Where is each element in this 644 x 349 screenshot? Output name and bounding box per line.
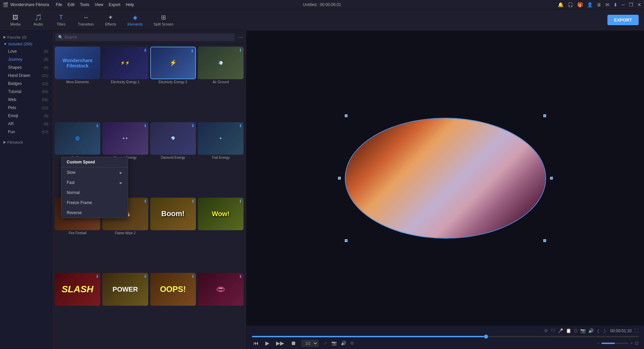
preview-screenshot[interactable]: 📷 (331, 341, 337, 346)
icon-gift[interactable]: 🎁 (577, 2, 583, 7)
section-included[interactable]: ▼ Included (256) (0, 41, 52, 47)
icon-headset[interactable]: 🎧 (568, 2, 573, 7)
menu-view[interactable]: View (95, 2, 103, 7)
trail-label: Trail Energy (198, 155, 244, 160)
elements-label: Elements (127, 22, 143, 26)
element-boom[interactable]: ⬇ Boom! x (150, 198, 196, 271)
tool-audio[interactable]: 🎵 Audio (28, 12, 48, 28)
tool-transition[interactable]: ↔ Transition (74, 12, 98, 28)
sidebar-item-ar[interactable]: AR (8) (0, 120, 52, 128)
win-close[interactable]: ✕ (637, 2, 641, 7)
tool-media[interactable]: 🖼 Media (5, 12, 25, 28)
progress-bar[interactable] (252, 336, 639, 337)
preview-fullscreen[interactable]: ⤢ (324, 341, 327, 346)
element-slash[interactable]: ⬇ SLASH x (55, 273, 100, 346)
download-icon13: ⬇ (144, 274, 147, 279)
ctx-menu-item-reverse[interactable]: Reverse (61, 208, 128, 218)
element-power[interactable]: ⬇ POWER x (102, 273, 148, 346)
sidebar-item-handdrawn[interactable]: Hand Drawn (21) (0, 71, 52, 80)
ctx-menu-item-freeze[interactable]: Freeze Frame (61, 198, 128, 208)
preview-icon3[interactable]: 🎤 (558, 328, 563, 333)
element-electricity1[interactable]: ⬇ ⚡⚡ Electricity Energy 1 (102, 47, 148, 120)
download-icon11: ⬇ (239, 199, 242, 204)
badges-count: (12) (42, 82, 48, 86)
sidebar-item-badges[interactable]: Badges (12) (0, 80, 52, 88)
menu-help[interactable]: Help (126, 2, 134, 7)
preview-time-display: 00:00:01:10 (610, 329, 632, 333)
sidebar-item-shapes[interactable]: Shapes (6) (0, 63, 52, 71)
preview-volume[interactable]: 🔊 (341, 341, 346, 346)
step-back-button[interactable]: ⏮ (252, 340, 260, 347)
header-icons: 🔔 🎧 🎁 👤 🖥 ✉ ⬇ ─ ❐ ✕ (558, 2, 641, 7)
export-button[interactable]: EXPORT (607, 15, 639, 25)
win-restore[interactable]: ❐ (629, 2, 633, 7)
sidebar-item-pets[interactable]: Pets (11) (0, 104, 52, 112)
ctx-menu-item-slow[interactable]: Slow ▶ (61, 167, 128, 178)
fun-count: (57) (42, 130, 48, 134)
title-bar: 🎬 Wondershare Filmora File Edit Tools Vi… (0, 0, 644, 9)
ctx-menu-item-fast[interactable]: Fast ▶ (61, 178, 128, 188)
zoom-plus[interactable]: + (630, 341, 633, 346)
menu-file[interactable]: File (56, 2, 62, 7)
preview-icon5[interactable]: ⊡ (574, 328, 578, 333)
preview-icon6[interactable]: 📷 (580, 328, 586, 333)
element-lips[interactable]: ⬇ 👄 x (198, 273, 244, 346)
win-minimize[interactable]: ─ (622, 2, 625, 7)
ctx-fast-label: Fast (67, 180, 74, 185)
tool-titles[interactable]: T Titles (51, 12, 71, 28)
media-icon: 🖼 (12, 14, 18, 21)
preview-settings2[interactable]: ⚙ (350, 341, 354, 346)
sidebar-item-web[interactable]: Web (56) (0, 96, 52, 104)
element-airground[interactable]: ⬇ 💨 Air Ground (198, 47, 244, 120)
sidebar-item-fun[interactable]: Fun (57) (0, 128, 52, 136)
tool-effects[interactable]: ✦ Effects (101, 12, 121, 28)
effects-icon: ✦ (108, 14, 113, 21)
element-trail[interactable]: ⬇ ✦ Trail Energy (198, 122, 244, 196)
zoom-slider[interactable] (601, 343, 628, 344)
filmstock-chevron: ▶ (3, 140, 6, 144)
element-more-elements[interactable]: WondershareFilmstock More Elements (55, 47, 100, 120)
icon-user[interactable]: 👤 (587, 2, 593, 7)
quality-select[interactable]: 1/2 1/1 1/4 (302, 340, 318, 347)
play-button[interactable]: ▶ (264, 339, 271, 347)
zoom-fit[interactable]: ⊡ (635, 341, 639, 346)
ctx-menu-item-normal[interactable]: Normal (61, 188, 128, 198)
progress-handle[interactable] (484, 335, 488, 339)
preview-icon1[interactable]: ⚙ (544, 328, 548, 333)
boom-text: Boom! (160, 208, 186, 219)
fun-label: Fun (8, 130, 15, 134)
love-count: (6) (44, 49, 48, 53)
icon-screen[interactable]: 🖥 (597, 2, 601, 7)
section-filmstock[interactable]: ▶ Filmstock (0, 139, 52, 146)
grid-toggle[interactable]: ⋯ (237, 34, 243, 41)
sidebar-item-love[interactable]: Love (6) (0, 47, 52, 55)
stop-button[interactable]: ⏹ (289, 340, 298, 347)
zoom-minus[interactable]: − (597, 341, 600, 346)
menu-tools[interactable]: Tools (80, 2, 89, 7)
preview-icon4[interactable]: 📋 (566, 328, 571, 333)
icon-download[interactable]: ⬇ (613, 2, 618, 7)
ctx-fast-arrow: ▶ (120, 181, 122, 185)
sidebar-item-tutorial[interactable]: Tutorial (64) (0, 88, 52, 96)
chevron-right-icon: ▶ (3, 35, 6, 39)
icon-bell[interactable]: 🔔 (558, 2, 564, 7)
search-box[interactable]: 🔍 Search (55, 34, 235, 41)
element-wow[interactable]: ⬇ Wow! x (198, 198, 244, 271)
sidebar-item-journey[interactable]: Journey (6) (0, 55, 52, 63)
element-electricity2[interactable]: ⬇ ⚡ Electricity Energy 2 (150, 47, 196, 120)
download-icon9: ⬇ (144, 199, 147, 204)
menu-edit[interactable]: Edit (68, 2, 75, 7)
icon-mail[interactable]: ✉ (605, 2, 609, 7)
tool-splitscreen[interactable]: ⊞ Split Screen (150, 12, 177, 28)
menu-export[interactable]: Export (109, 2, 120, 7)
preview-icon7[interactable]: 🔊 (588, 328, 594, 333)
element-diamond[interactable]: ⬇ 💎 Damond Energy (150, 122, 196, 196)
tool-elements[interactable]: ◈ Elements (123, 12, 147, 28)
element-oops[interactable]: ⬇ OOPS! x (150, 273, 196, 346)
preview-icon2[interactable]: 🛡 (551, 328, 555, 333)
section-favorite[interactable]: ▶ Favorite (0) (0, 34, 52, 41)
sidebar-item-emoji[interactable]: Emoji (9) (0, 112, 52, 120)
ar-label: AR (8, 121, 14, 126)
preview-icon8[interactable]: ⛶ (634, 328, 639, 333)
play-forward-button[interactable]: ▶▶ (275, 339, 285, 347)
